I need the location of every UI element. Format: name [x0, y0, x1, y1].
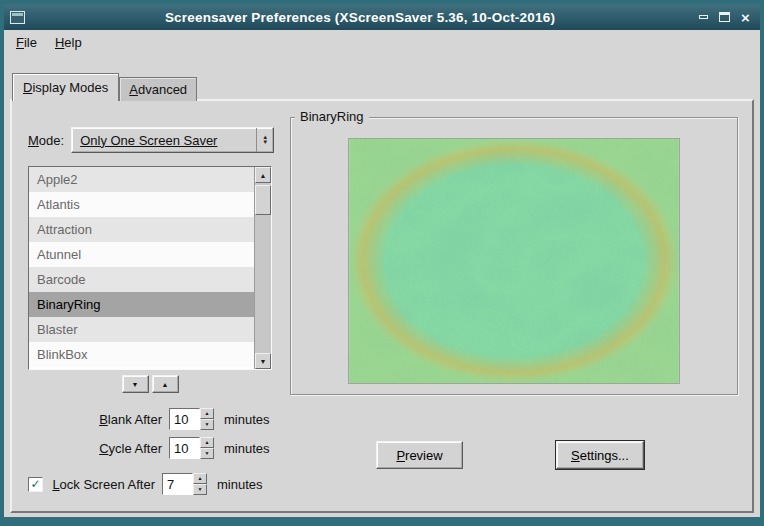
blank-after-steppers: ▲ ▼	[200, 408, 214, 430]
saver-list-item[interactable]: BinaryRing	[29, 292, 254, 317]
arrow-up-icon: ▲	[260, 172, 267, 179]
titlebar[interactable]: Screensaver Preferences (XScreenSaver 5.…	[4, 4, 760, 30]
preview-frame-title: BinaryRing	[295, 109, 369, 124]
tab-display-modes[interactable]: Display Modes	[12, 73, 119, 101]
lock-checkbox[interactable]: ✓	[28, 477, 43, 492]
menu-file[interactable]: File	[7, 32, 46, 53]
cycle-after-spinbox: ▲ ▼	[169, 437, 214, 459]
tab-bar: Display Modes Advanced	[12, 73, 197, 101]
arrow-down-icon: ▼	[132, 381, 139, 388]
left-column: Mode: Only One Screen Saver ▲ ▼ Apple2	[12, 101, 282, 511]
minutes-label: minutes	[224, 441, 270, 456]
minimize-icon	[699, 15, 708, 19]
lock-after-input[interactable]	[162, 473, 193, 495]
window-icon-screen	[12, 13, 23, 16]
scroll-down-button[interactable]: ▼	[255, 353, 271, 369]
arrow-down-icon: ▼	[198, 487, 203, 492]
arrow-up-icon: ▲	[205, 411, 210, 416]
preview-holder	[348, 138, 680, 384]
close-button[interactable]: ×	[737, 9, 754, 26]
cycle-after-row: Cycle After ▲ ▼ minutes	[28, 436, 282, 460]
preview-frame: BinaryRing	[290, 117, 738, 395]
move-up-button[interactable]: ▲	[152, 375, 179, 393]
minutes-label: minutes	[217, 477, 263, 492]
checkmark-icon: ✓	[30, 478, 40, 490]
tab-advanced[interactable]: Advanced	[119, 77, 197, 101]
restore-icon	[719, 12, 730, 22]
lock-after-step-up[interactable]: ▲	[193, 473, 207, 484]
mode-dropdown[interactable]: Only One Screen Saver ▲ ▼	[71, 127, 274, 153]
move-down-button[interactable]: ▼	[122, 375, 149, 393]
settings-button[interactable]: Settings...	[556, 441, 644, 469]
menu-help[interactable]: Help	[46, 32, 91, 53]
close-icon: ×	[741, 10, 750, 25]
screensaver-list: Apple2 Atlantis Attraction Atunnel Barco…	[29, 167, 254, 369]
lock-after-spinbox: ▲ ▼	[162, 473, 207, 495]
minimize-button[interactable]	[695, 9, 712, 26]
scrollbar-thumb[interactable]	[255, 185, 271, 215]
lock-after-step-down[interactable]: ▼	[193, 484, 207, 495]
window-icon[interactable]	[10, 11, 25, 24]
mode-label: Mode:	[28, 133, 64, 148]
saver-list-item[interactable]: Atunnel	[29, 242, 254, 267]
action-buttons: Preview Settings...	[290, 441, 738, 469]
arrow-down-icon: ▼	[260, 358, 267, 365]
cycle-after-step-down[interactable]: ▼	[200, 448, 214, 459]
screensaver-listbox: Apple2 Atlantis Attraction Atunnel Barco…	[28, 166, 272, 370]
blank-after-label: Blank After	[28, 412, 162, 427]
mode-row: Mode: Only One Screen Saver ▲ ▼	[28, 127, 282, 153]
saver-list-item[interactable]: Barcode	[29, 267, 254, 292]
cycle-after-steppers: ▲ ▼	[200, 437, 214, 459]
binaryring-preview-image	[348, 138, 680, 384]
blank-after-spinbox: ▲ ▼	[169, 408, 214, 430]
list-reorder-buttons: ▼ ▲	[28, 375, 272, 393]
cycle-after-input[interactable]	[169, 437, 200, 459]
arrow-up-icon: ▲	[198, 476, 203, 481]
lock-after-row: ✓ Lock Screen After ▲ ▼ minutes	[28, 472, 282, 496]
blank-after-step-down[interactable]: ▼	[200, 419, 214, 430]
workarea: Display Modes Advanced Mode: Only One Sc…	[4, 55, 760, 517]
scroll-up-button[interactable]: ▲	[255, 167, 271, 183]
saver-list-item[interactable]: Blaster	[29, 317, 254, 342]
dropdown-arrows-icon: ▲ ▼	[256, 128, 273, 152]
restore-button[interactable]	[716, 9, 733, 26]
scrollbar-track[interactable]	[255, 183, 271, 353]
blank-after-row: Blank After ▲ ▼ minutes	[28, 407, 282, 431]
lock-after-steppers: ▲ ▼	[193, 473, 207, 495]
list-scrollbar[interactable]: ▲ ▼	[254, 167, 271, 369]
timer-settings: Blank After ▲ ▼ minutes Cycl	[28, 407, 282, 496]
arrow-up-icon: ▲	[205, 440, 210, 445]
cycle-after-step-up[interactable]: ▲	[200, 437, 214, 448]
preview-button[interactable]: Preview	[376, 441, 463, 469]
arrow-up-icon: ▲	[162, 381, 169, 388]
right-column: BinaryRing	[282, 101, 752, 511]
saver-list-item[interactable]: BlinkBox	[29, 342, 254, 367]
cycle-after-label: Cycle After	[28, 441, 162, 456]
minutes-label: minutes	[224, 412, 270, 427]
saver-list-item[interactable]: Apple2	[29, 167, 254, 192]
lock-after-label: Lock Screen After	[49, 477, 155, 492]
saver-list-item[interactable]: Atlantis	[29, 192, 254, 217]
blank-after-input[interactable]	[169, 408, 200, 430]
menubar: File Help	[4, 30, 760, 55]
window-title: Screensaver Preferences (XScreenSaver 5.…	[29, 10, 691, 25]
display-modes-panel: Mode: Only One Screen Saver ▲ ▼ Apple2	[10, 99, 754, 513]
window-frame: Screensaver Preferences (XScreenSaver 5.…	[0, 0, 764, 526]
arrow-down-icon: ▼	[205, 451, 210, 456]
mode-dropdown-value: Only One Screen Saver	[72, 133, 256, 148]
blank-after-step-up[interactable]: ▲	[200, 408, 214, 419]
arrow-down-icon: ▼	[262, 140, 268, 145]
window: Screensaver Preferences (XScreenSaver 5.…	[4, 4, 760, 517]
saver-list-item[interactable]: Attraction	[29, 217, 254, 242]
arrow-down-icon: ▼	[205, 422, 210, 427]
